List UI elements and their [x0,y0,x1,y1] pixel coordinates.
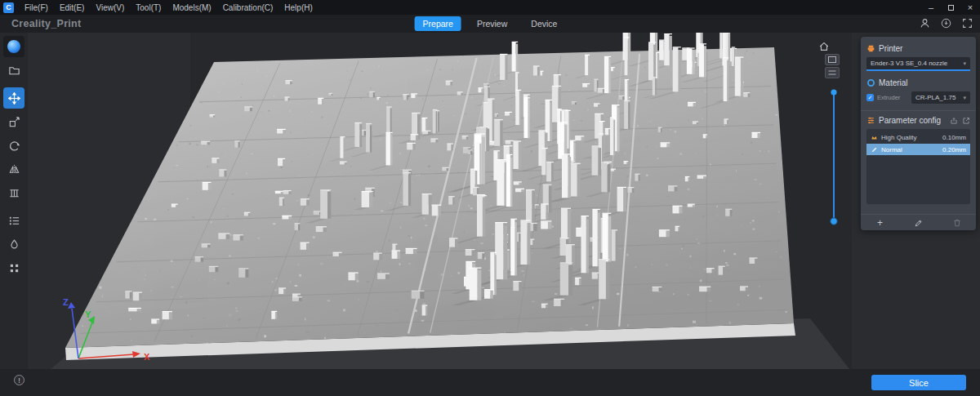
high-quality-crown-icon [871,134,878,141]
view-mode-tabs: Prepare Preview Device [415,15,566,33]
fullscreen-icon[interactable] [962,18,973,29]
support-tool-button[interactable] [3,182,24,203]
preset-list: High Quality 0.10mm Normal 0.20mm [866,129,970,204]
menu-bar: C File(F) Edit(E) View(V) Tool(T) Models… [0,0,980,15]
preset-row-high-quality[interactable]: High Quality 0.10mm [866,131,970,143]
close-button[interactable]: × [960,0,980,15]
preset-footer: + [861,214,976,230]
z-axis-label: Z [63,297,69,307]
settings-panel: Printer Ender-3 V3 SE_0.4 nozzle ▾ Mater… [861,37,976,230]
notification-badge[interactable]: ! [14,375,24,385]
object-list-button[interactable] [3,210,24,231]
paint-tool-button[interactable] [3,234,24,255]
printer-section-header: Printer [866,44,970,53]
window-controls: – × [921,0,980,15]
menu-file[interactable]: File(F) [19,0,54,15]
panel-divider [861,110,976,111]
object-list-icon [8,215,20,227]
maximize-button[interactable] [941,0,960,15]
creality-logo-icon: C [3,2,14,13]
title-bar: Creality_Print Prepare Preview Device [0,15,980,33]
preset-value: 0.10mm [942,134,966,141]
printer-select[interactable]: Ender-3 V3 SE_0.4 nozzle ▾ [866,57,970,71]
add-preset-button[interactable]: + [861,215,899,230]
view-home-button[interactable] [817,40,831,52]
scale-tool-button[interactable] [3,111,24,132]
user-account-icon[interactable] [920,18,930,29]
preset-name: High Quality [881,134,917,141]
menu-models[interactable]: Models(M) [167,0,216,15]
normal-preset-icon [871,146,878,154]
rotate-icon [8,140,20,152]
bottom-bar [0,369,980,396]
view-option-button-bottom[interactable] [825,67,840,78]
left-toolbar [0,33,28,369]
rotate-tool-button[interactable] [3,135,24,156]
slider-handle-bottom[interactable] [831,218,837,225]
menu-tool[interactable]: Tool(T) [130,0,167,15]
y-axis-label: Y [85,309,91,319]
zoom-slider[interactable] [829,87,839,230]
view-option-button-top[interactable] [825,54,840,65]
extruder-label: Extruder [877,94,908,101]
chevron-down-icon: ▾ [963,95,966,101]
material-spool-icon [866,78,875,87]
open-file-button[interactable] [3,60,24,81]
slice-button[interactable]: Slice [871,375,966,390]
z-axis-arrow [68,302,75,309]
trash-icon [952,218,962,228]
menu-help[interactable]: Help(H) [278,0,318,15]
material-section-header: Material [866,78,970,87]
creality-print-window: X Y Z C File(F) Edit(E) View(V) Tool(T) … [0,0,980,396]
support-icon [8,187,20,199]
open-config-icon[interactable] [962,117,970,125]
download-update-icon[interactable] [941,18,951,29]
minimize-button[interactable]: – [921,0,941,15]
chevron-down-icon: ▾ [963,60,966,67]
parameter-section-header: Parameter config [866,116,970,125]
model-library-sphere-icon [7,40,20,53]
printer-icon [866,44,875,53]
app-title: Creality_Print [11,18,81,29]
menu-calibration[interactable]: Calibration(C) [217,0,279,15]
material-row: ✓ Extruder CR-PLA_1.75 ▾ [866,91,970,104]
parameter-sliders-icon [866,116,875,125]
mirror-icon [8,163,20,176]
export-config-icon[interactable] [950,117,958,125]
preset-value: 0.20mm [942,146,966,154]
delete-preset-button[interactable] [938,215,976,230]
scale-icon [8,116,20,128]
grid-dots-icon [8,262,20,274]
tab-preview[interactable]: Preview [469,16,515,31]
menu-view[interactable]: View(V) [90,0,130,15]
preset-name: Normal [881,146,902,154]
folder-icon [8,65,20,77]
tab-prepare[interactable]: Prepare [415,16,461,31]
preset-row-normal[interactable]: Normal 0.20mm [866,144,970,155]
material-selected-value: CR-PLA_1.75 [915,94,956,101]
slider-handle-top[interactable] [831,89,836,95]
edit-preset-button[interactable] [899,215,938,230]
titlebar-icons [920,18,973,29]
view-layers-icon [828,69,836,76]
move-tool-button[interactable] [3,87,24,109]
view-thumbnail-icon [828,56,836,63]
paint-drop-icon [8,238,20,251]
printer-selected-value: Ender-3 V3 SE_0.4 nozzle [871,60,947,67]
edit-pencil-icon [914,218,924,228]
move-icon [8,92,20,105]
maximize-icon [948,5,954,11]
x-axis-label: X [144,352,150,362]
mirror-tool-button[interactable] [3,158,24,180]
model-library-button[interactable] [3,36,24,57]
printer-section-title: Printer [879,44,902,53]
tab-device[interactable]: Device [523,16,565,31]
extruder-checkbox[interactable]: ✓ [866,94,874,101]
home-icon [818,41,830,52]
material-select[interactable]: CR-PLA_1.75 ▾ [911,91,970,104]
menu-edit[interactable]: Edit(E) [54,0,91,15]
parameter-section-title: Parameter config [879,116,941,125]
more-tools-button[interactable] [3,257,24,278]
material-section-title: Material [879,78,908,87]
